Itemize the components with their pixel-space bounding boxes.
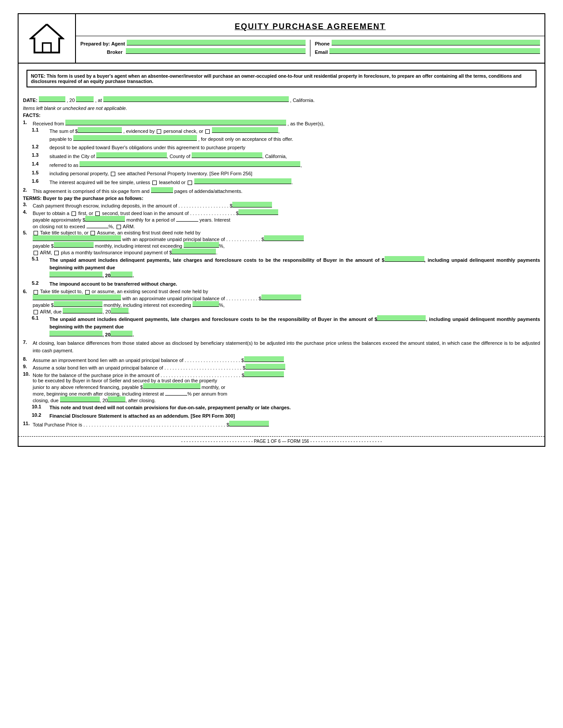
first-trust-holder-input[interactable] [33, 235, 121, 241]
monthly-payment-input[interactable] [85, 216, 125, 222]
title-subject-to-checkbox[interactable] [34, 231, 38, 235]
sub-label-1-2: 1.2 [32, 144, 49, 151]
phone-input[interactable] [332, 40, 540, 45]
sum-input[interactable] [78, 127, 122, 133]
arm-due-year-input[interactable] [111, 308, 128, 313]
payable-to-input[interactable] [73, 135, 197, 141]
second-trust-payment-input[interactable] [54, 301, 102, 307]
prepared-left: Prepared by: Agent Broker [80, 40, 306, 57]
personal-check-checkbox[interactable] [157, 129, 161, 134]
loan-amount-input[interactable] [238, 209, 278, 215]
sub-content-1-1: The sum of $ , evidenced by personal che… [49, 127, 540, 143]
balance-note-input[interactable] [244, 371, 284, 377]
sub-content-1-5: including personal property, see attache… [49, 170, 540, 177]
item-6-content: Take title subject to, or assume, an exi… [33, 289, 540, 314]
item-2-num: 2. [23, 187, 33, 194]
pages-input[interactable] [151, 187, 173, 193]
personal-property-checkbox[interactable] [111, 172, 115, 176]
sub-item-5-2: 5.2 The impound account to be transferre… [32, 280, 540, 288]
first-trust-interest-input[interactable] [184, 242, 219, 248]
delinquent-amount-input-61[interactable] [377, 315, 426, 321]
second-trust-interest-input[interactable] [193, 301, 219, 307]
referred-to-input[interactable] [79, 161, 300, 167]
first-trust-balance-input[interactable] [264, 235, 304, 241]
item-11-content: Total Purchase Price is . . . . . . . . … [33, 421, 540, 427]
email-input[interactable] [329, 48, 540, 54]
item-6-num: 6. [23, 289, 33, 314]
other-check-input[interactable] [212, 127, 278, 133]
sub-item-1-3: 1.3 situated in the City of , County of … [32, 152, 540, 160]
buyer-name-input[interactable] [65, 120, 286, 125]
payment-due-year-input-61[interactable] [110, 331, 132, 336]
date-input[interactable] [39, 96, 65, 102]
county-input[interactable] [192, 152, 262, 158]
note-box: NOTE: This form is used by a buyer's age… [26, 70, 537, 87]
item-1-suffix: , as the Buyer(s), [287, 121, 325, 126]
cash-payment-input[interactable] [232, 202, 272, 207]
second-trust-balance-input[interactable] [261, 294, 301, 300]
sub-content-5-1: The unpaid amount includes delinquent pa… [49, 256, 540, 279]
item-10-num: 10. [23, 371, 33, 403]
broker-input[interactable] [126, 48, 306, 54]
sub-items-5: 5.1 The unpaid amount includes delinquen… [32, 256, 540, 288]
sub-label-1-3: 1.3 [32, 152, 49, 160]
sub-content-6-1: The unpaid amount includes delinquent pa… [49, 315, 540, 339]
document-title: EQUITY PURCHASE AGREEMENT [80, 22, 540, 31]
title-subject-to-checkbox-6[interactable] [34, 290, 38, 294]
first-deed-checkbox[interactable] [72, 211, 76, 216]
note-payment-input[interactable] [143, 383, 200, 389]
prepared-box: Prepared by: Agent Broker Phone Email [76, 36, 544, 60]
payment-due-year-input-51[interactable] [110, 272, 132, 277]
interest-rate-input[interactable] [87, 223, 109, 228]
second-trust-holder-input[interactable] [33, 294, 121, 300]
note-container: NOTE: This form is used by a buyer's age… [19, 64, 544, 94]
leasehold-checkbox[interactable] [152, 181, 157, 185]
item-1: 1. Received from , as the Buyer(s), [23, 120, 540, 126]
sub-label-5-1: 5.1 [32, 256, 49, 279]
city-input[interactable] [96, 152, 167, 158]
note-due-year-input[interactable] [108, 396, 125, 402]
email-line: Email [315, 48, 540, 55]
item-11-num: 11. [23, 421, 33, 427]
solar-bond-input[interactable] [246, 364, 285, 370]
other-check-checkbox[interactable] [205, 129, 210, 134]
delinquent-amount-input-51[interactable] [385, 256, 424, 262]
other-interest-checkbox[interactable] [188, 181, 192, 185]
sub-label-1-5: 1.5 [32, 170, 49, 177]
item-1-num: 1. [23, 120, 33, 126]
arm-checkbox-5[interactable] [34, 251, 38, 255]
impound-checkbox[interactable] [54, 251, 59, 255]
sub-content-1-6: The interest acquired will be fee simple… [49, 178, 540, 186]
or-assume-checkbox-6[interactable] [85, 290, 90, 294]
arm-due-date-input[interactable] [63, 308, 102, 313]
house-icon [29, 21, 64, 56]
item-8: 8. Assume an improvement bond lien with … [23, 356, 540, 363]
agent-input[interactable] [127, 40, 306, 45]
note-interest-input[interactable] [165, 390, 187, 396]
year-input[interactable] [76, 96, 94, 102]
first-trust-payment-input[interactable] [54, 242, 94, 248]
sub-content-1-4: referred to as , [49, 161, 540, 169]
improvement-bond-input[interactable] [244, 356, 284, 362]
sub-content-1-3: situated in the City of , County of , Ca… [49, 152, 540, 160]
total-price-input[interactable] [229, 421, 269, 426]
date-line: DATE: , 20 , at , California. [23, 96, 540, 105]
arm-checkbox-4[interactable] [117, 225, 121, 229]
terms-label: TERMS: Buyer to pay the purchase price a… [23, 196, 540, 201]
assume-checkbox[interactable] [91, 231, 95, 235]
title-box: EQUITY PURCHASE AGREEMENT [76, 14, 544, 36]
period-input[interactable] [176, 216, 198, 222]
sub-item-1-1: 1.1 The sum of $ , evidenced by personal… [32, 127, 540, 143]
location-input[interactable] [103, 96, 289, 102]
second-deed-checkbox[interactable] [95, 211, 100, 216]
item-8-content: Assume an improvement bond lien with an … [33, 356, 540, 363]
item-5-num: 5. [23, 230, 33, 255]
other-interest-input[interactable] [194, 178, 291, 184]
header-section: EQUITY PURCHASE AGREEMENT Prepared by: A… [19, 14, 544, 64]
arm-checkbox-6[interactable] [34, 310, 38, 314]
payment-due-date-input-61[interactable] [49, 331, 102, 336]
impound-input[interactable] [172, 249, 216, 254]
payment-due-date-input-51[interactable] [49, 272, 102, 277]
note-due-date-input[interactable] [60, 396, 100, 402]
sub-item-1-2: 1.2 deposit to be applied toward Buyer's… [32, 144, 540, 151]
